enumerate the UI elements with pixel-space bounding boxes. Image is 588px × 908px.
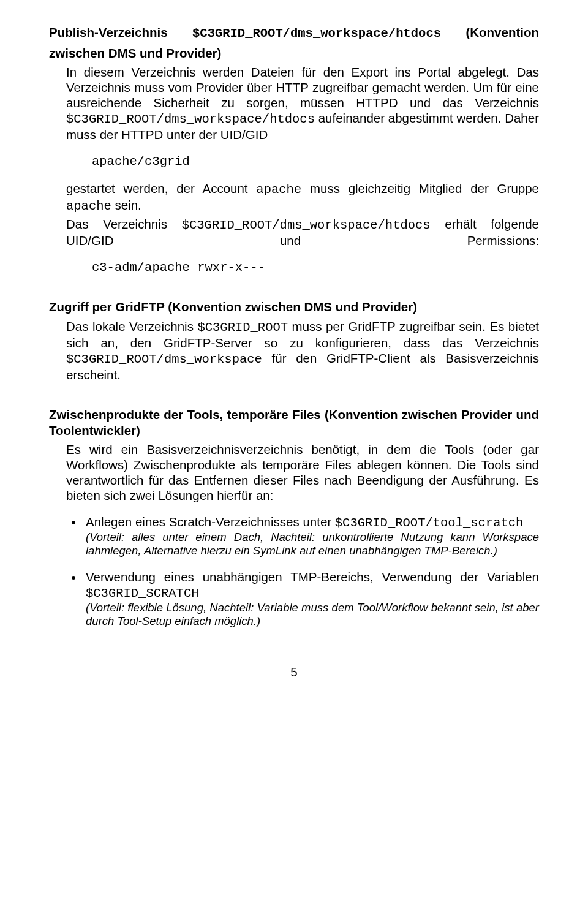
list-note: (Vorteil: alles unter einem Dach, Nachte… xyxy=(86,531,539,558)
page-number: 5 xyxy=(49,665,539,679)
text: sein. xyxy=(111,198,141,212)
code: $C3GRID_ROOT/tool_scratch xyxy=(335,516,524,530)
section1-para3-line1: Das Verzeichnis $C3GRID_ROOT/dms_workspa… xyxy=(49,216,539,248)
text: gestartet werden, der Account xyxy=(66,181,256,195)
section1-code2: c3-adm/apache rwxr-x--- xyxy=(49,260,539,274)
section-publish-verzeichnis: Publish-Verzeichnis $C3GRID_ROOT/dms_wor… xyxy=(49,25,539,274)
list-item: Anlegen eines Scratch-Verzeichnisses unt… xyxy=(83,514,539,558)
code: $C3GRID_SCRATCH xyxy=(86,586,199,600)
heading-code: $C3GRID_ROOT/dms_workspace/htdocs xyxy=(192,26,441,40)
list-note: (Vorteil: flexible Lösung, Nachteil: Var… xyxy=(86,601,539,628)
list-item: Verwendung eines unabhängigen TMP-Bereic… xyxy=(83,569,539,628)
text: Das Verzeichnis xyxy=(66,217,182,231)
section3-heading: Zwischenprodukte der Tools, temporäre Fi… xyxy=(49,407,539,438)
text: Verwendung eines unabhängigen TMP-Bereic… xyxy=(86,570,539,584)
text: Das lokale Verzeichnis xyxy=(66,319,197,333)
heading-prefix: Publish-Verzeichnis xyxy=(49,25,192,39)
section2-para1: Das lokale Verzeichnis $C3GRID_ROOT muss… xyxy=(49,319,539,382)
code: $C3GRID_ROOT/dms_workspace/htdocs xyxy=(66,112,315,126)
code: $C3GRID_ROOT xyxy=(197,320,288,335)
section-zwischenprodukte: Zwischenprodukte der Tools, temporäre Fi… xyxy=(49,407,539,628)
section1-heading-line1: Publish-Verzeichnis $C3GRID_ROOT/dms_wor… xyxy=(49,25,539,42)
text: muss gleichzeitig Mitglied der Gruppe xyxy=(301,181,539,195)
section1-code1: apache/c3grid xyxy=(49,154,539,168)
code: $C3GRID_ROOT/dms_workspace/htdocs xyxy=(182,218,431,232)
section2-heading: Zugriff per GridFTP (Konvention zwischen… xyxy=(49,299,539,315)
text: Anlegen eines Scratch-Verzeichnisses unt… xyxy=(86,515,335,529)
section1-heading-line2: zwischen DMS und Provider) xyxy=(49,45,539,61)
section3-list: Anlegen eines Scratch-Verzeichnisses unt… xyxy=(49,514,539,628)
page-content: Publish-Verzeichnis $C3GRID_ROOT/dms_wor… xyxy=(0,0,588,704)
heading-suffix: (Konvention xyxy=(441,25,539,39)
code: $C3GRID_ROOT/dms_workspace xyxy=(66,352,262,366)
code: apache xyxy=(256,183,301,197)
section1-para1: In diesem Verzeichnis werden Dateien für… xyxy=(49,64,539,142)
section-gridftp: Zugriff per GridFTP (Konvention zwischen… xyxy=(49,299,539,382)
code: apache xyxy=(66,199,111,213)
text: In diesem Verzeichnis werden Dateien für… xyxy=(66,65,539,110)
section1-para2: gestartet werden, der Account apache mus… xyxy=(49,181,539,214)
section3-para1: Es wird ein Basisverzeichnisverzeichnis … xyxy=(49,442,539,503)
